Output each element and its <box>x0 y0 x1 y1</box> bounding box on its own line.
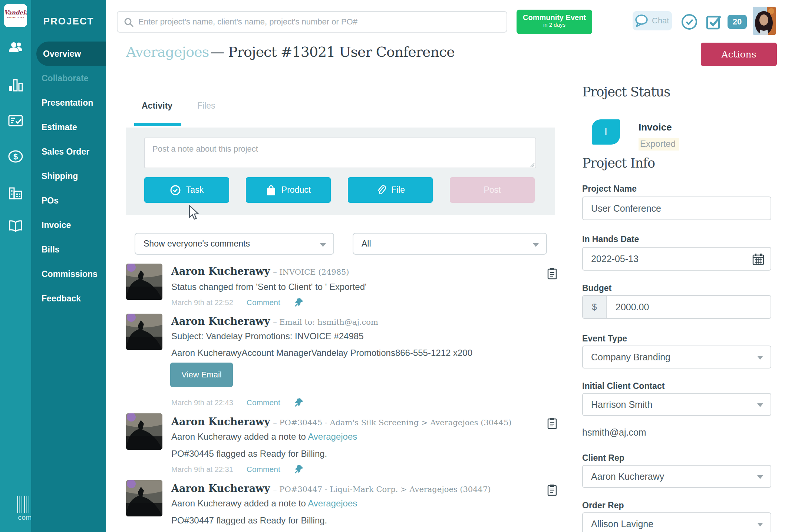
post-button[interactable]: Post <box>450 177 535 203</box>
chat-label: Chat <box>652 16 669 26</box>
project-name-field[interactable] <box>582 196 771 220</box>
event-type-dropdown[interactable]: Company Branding <box>582 346 771 369</box>
paperclip-icon <box>376 185 386 196</box>
feed-note-text: Aaron Kucherawy added a note to <box>171 498 308 508</box>
user-avatar[interactable] <box>753 7 776 35</box>
copy-note-icon[interactable] <box>547 484 557 496</box>
sidebar-item-invoice[interactable]: Invoice <box>31 213 106 237</box>
sidebar-menu: Overview Collaborate Presentation Estima… <box>31 42 106 311</box>
project-title-text: — Project #13021 User Conference <box>210 44 455 60</box>
comments-filter-value: Show everyone's comments <box>144 239 250 249</box>
clients-icon[interactable] <box>7 39 24 56</box>
feed-author[interactable]: Aaron Kucherawy <box>171 416 270 427</box>
vandelay-logo[interactable]: Vandelay PROMOTIONS <box>4 4 27 27</box>
feed-meta: March 9th at 22:43 Comment <box>171 397 304 408</box>
sidebar-item-overview[interactable]: Overview <box>36 42 106 66</box>
chevron-down-icon <box>320 243 326 247</box>
chat-bubble-icon <box>633 13 650 29</box>
file-button[interactable]: File <box>348 177 433 203</box>
feed-body: Aaron Kucherawy added a note to Averagej… <box>171 432 357 442</box>
comment-link[interactable]: Comment <box>247 465 280 474</box>
chevron-down-icon <box>757 523 763 526</box>
reports-icon[interactable] <box>7 77 24 93</box>
sidebar-item-collaborate[interactable]: Collaborate <box>31 66 106 90</box>
feed-entry-header: Aaron Kucherawy– INVOICE (24985) <box>171 265 349 277</box>
resources-icon[interactable] <box>7 218 24 234</box>
todo-checkbox-icon[interactable] <box>705 13 722 30</box>
initial-client-contact-dropdown[interactable]: Harrison Smith <box>582 393 771 416</box>
feed-body: Subject: Vandelay Promotions: INVOICE #2… <box>171 331 364 341</box>
comment-link[interactable]: Comment <box>247 298 280 307</box>
in-hands-date-value: 2022-05-13 <box>591 254 639 264</box>
file-button-label: File <box>391 185 405 195</box>
initial-client-contact-value: Harrison Smith <box>591 399 652 410</box>
sidebar-item-presentation[interactable]: Presentation <box>31 90 106 115</box>
chat-button[interactable]: Chat <box>633 11 672 30</box>
order-rep-value: Allison Lavigne <box>591 519 653 529</box>
client-link[interactable]: Averagejoes <box>308 498 357 508</box>
page-title: Averagejoes— Project #13021 User Confere… <box>126 44 455 60</box>
product-button[interactable]: Product <box>246 177 331 203</box>
feed-avatar <box>126 413 162 450</box>
vandelay-logo-script: Vandelay <box>4 10 27 16</box>
company-icon[interactable] <box>7 185 24 201</box>
chevron-down-icon <box>757 403 763 407</box>
copy-note-icon[interactable] <box>547 417 557 429</box>
search-input[interactable] <box>118 12 507 32</box>
textarea-resize-handle[interactable] <box>529 162 535 168</box>
view-email-button[interactable]: View Email <box>170 363 233 387</box>
in-hands-date-field[interactable]: 2022-05-13 <box>582 247 771 271</box>
finance-icon[interactable]: $ <box>7 148 24 165</box>
budget-field[interactable] <box>607 296 771 318</box>
feed-body: Aaron Kucherawy added a note to Averagej… <box>171 498 357 509</box>
chevron-down-icon <box>757 475 763 479</box>
community-event-button[interactable]: Community Event in 2 days <box>517 10 592 34</box>
task-button-label: Task <box>186 185 204 195</box>
tab-activity[interactable]: Activity <box>142 101 172 111</box>
tasks-icon[interactable] <box>7 112 24 129</box>
sidebar-item-sales-order[interactable]: Sales Order <box>31 139 106 164</box>
note-input[interactable] <box>144 138 536 168</box>
comment-link[interactable]: Comment <box>247 398 280 407</box>
feed-avatar <box>126 264 162 300</box>
sidebar-item-bills[interactable]: Bills <box>31 237 106 262</box>
sidebar-item-commissions[interactable]: Commissions <box>31 262 106 286</box>
reminders-icon[interactable] <box>681 13 698 30</box>
type-filter-dropdown[interactable]: All <box>353 233 547 255</box>
svg-text:$: $ <box>13 152 18 161</box>
pin-icon[interactable] <box>294 297 304 308</box>
client-link[interactable]: Averagejoes <box>308 432 357 442</box>
sidebar-item-pos[interactable]: POs <box>31 188 106 213</box>
pin-icon[interactable] <box>294 397 304 408</box>
feed-meta: March 9th at 22:31 Comment <box>171 464 304 475</box>
feed-context: – INVOICE (24985) <box>273 268 349 277</box>
feed-timestamp: March 9th at 22:31 <box>171 465 233 474</box>
global-search <box>117 11 507 33</box>
contact-email: hsmith@aj.com <box>582 427 646 438</box>
feed-author[interactable]: Aaron Kucherawy <box>171 483 270 494</box>
tab-files[interactable]: Files <box>197 101 215 111</box>
order-rep-dropdown[interactable]: Allison Lavigne <box>582 512 771 532</box>
note-composer: Task Product File Post <box>126 128 555 215</box>
copy-note-icon[interactable] <box>547 268 557 280</box>
sidebar-item-shipping[interactable]: Shipping <box>31 164 106 188</box>
pin-icon[interactable] <box>294 464 304 475</box>
actions-button[interactable]: Actions <box>701 43 777 66</box>
notification-badge[interactable]: 20 <box>728 15 747 29</box>
task-button[interactable]: Task <box>144 177 229 203</box>
sidebar-item-estimate[interactable]: Estimate <box>31 115 106 139</box>
sidebar-item-feedback[interactable]: Feedback <box>31 286 106 311</box>
community-event-subtitle: in 2 days <box>517 22 592 28</box>
client-link[interactable]: Averagejoes <box>126 44 209 60</box>
vandelay-logo-sub: PROMOTIONS <box>4 16 27 19</box>
calendar-icon[interactable] <box>752 253 765 265</box>
client-rep-label: Client Rep <box>582 453 624 463</box>
feed-author[interactable]: Aaron Kucherawy <box>171 315 270 327</box>
mouse-cursor <box>187 205 201 221</box>
feed-body: Status changed from 'Sent to Client' to … <box>171 282 367 292</box>
project-name-label: Project Name <box>582 184 637 194</box>
client-rep-dropdown[interactable]: Aaron Kucherawy <box>582 465 771 488</box>
status-sub-label: Exported <box>639 138 679 151</box>
feed-author[interactable]: Aaron Kucherawy <box>171 265 270 277</box>
comments-filter-dropdown[interactable]: Show everyone's comments <box>135 233 334 255</box>
